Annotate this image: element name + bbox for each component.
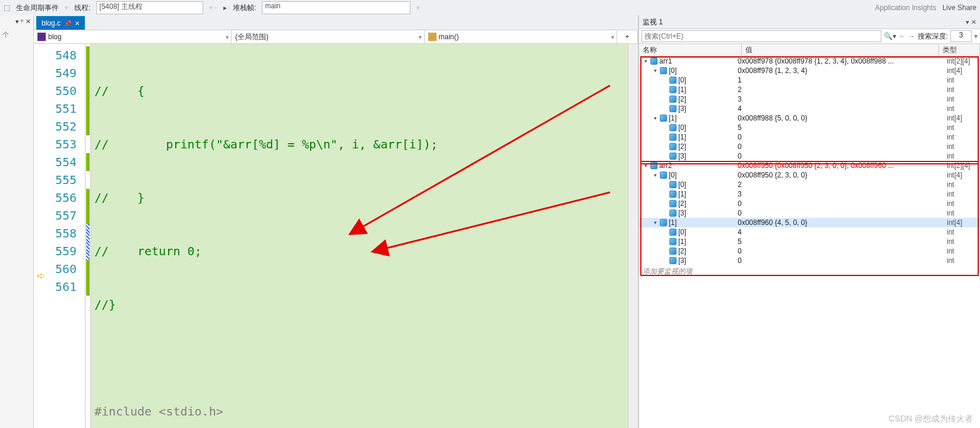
var-value: 0x008ff978 {0x008ff978 {1, 2, 3, 4}, 0x0… [738, 57, 947, 65]
crumb-add[interactable]: + [617, 30, 638, 43]
watch-row[interactable]: ▾[1]0x008ff988 {5, 0, 0, 0}int[4] [639, 113, 980, 123]
code-line: // { [94, 84, 144, 98]
watch-row[interactable]: ▾[1]0x008ff960 {4, 5, 0, 0}int[4] [639, 218, 980, 227]
crumb-function[interactable]: main() ▾ [425, 30, 618, 43]
line-number: 551 [34, 100, 85, 118]
watch-row[interactable]: [3]0int [639, 256, 980, 265]
search-nav[interactable]: ← → [899, 32, 915, 40]
expand-icon[interactable]: ▾ [643, 58, 649, 64]
var-type: int[4] [947, 171, 980, 179]
watch-row[interactable]: [2]0int [639, 142, 980, 151]
var-type: int [947, 123, 980, 132]
watch-rows: ▾arr10x008ff978 {0x008ff978 {1, 2, 3, 4}… [639, 56, 980, 428]
hdr-type[interactable]: 类型 [939, 44, 980, 56]
var-name: [2] [678, 95, 686, 103]
watch-row[interactable]: [0]2int [639, 180, 980, 189]
watch-title-buttons[interactable]: ▾ ✕ [966, 18, 976, 26]
crumb-project[interactable]: blog ▾ [34, 30, 232, 43]
watch-row[interactable]: [0]4int [639, 227, 980, 237]
watch-row[interactable]: [0]5int [639, 123, 980, 132]
pin-icon[interactable]: 📌 [64, 20, 71, 27]
stackframe-selector[interactable]: main [262, 1, 410, 14]
watch-add-item[interactable]: 添加要监视的项 [639, 265, 980, 278]
watch-row[interactable]: [2]0int [639, 199, 980, 208]
watch-row[interactable]: [3]0int [639, 151, 980, 161]
watch-row[interactable]: [3]4int [639, 104, 980, 113]
expand-icon[interactable]: ▾ [652, 115, 658, 121]
hdr-value[interactable]: 值 [742, 44, 939, 56]
hdr-name[interactable]: 名称 [639, 44, 742, 56]
var-value: 3 [738, 190, 947, 198]
app-insights[interactable]: Application Insights [875, 4, 936, 12]
watch-row[interactable]: [0]1int [639, 75, 980, 85]
close-icon[interactable]: ✕ [75, 20, 80, 27]
watch-row[interactable]: ▾arr20x008ff950 {0x008ff950 {2, 3, 0, 0}… [639, 161, 980, 170]
watermark: CSDN @想成为传火者 [889, 414, 973, 424]
var-type: int [947, 190, 980, 198]
line-number: 549 [34, 64, 85, 82]
variable-icon [660, 67, 667, 74]
code-line: // } [94, 191, 144, 205]
watch-row[interactable]: [1]0int [639, 132, 980, 142]
stackframe-label: 堆栈帧: [233, 3, 256, 13]
expand-icon[interactable]: ▾ [652, 220, 658, 226]
var-type: int [947, 95, 980, 103]
watch-row[interactable]: [2]0int [639, 246, 980, 256]
expand-icon[interactable]: ▾ [652, 68, 658, 74]
line-number: 553 [34, 135, 85, 153]
gutter-pin-icon[interactable]: ▾ ᵖ ✕ [0, 15, 33, 28]
var-type: int[4] [947, 218, 980, 227]
live-share[interactable]: Live Share [943, 4, 976, 12]
crumb-scope[interactable]: (全局范围) ▾ [232, 30, 425, 43]
search-icon[interactable]: 🔍▾ [884, 32, 896, 40]
var-name: [1] [669, 218, 676, 227]
cpp-icon [37, 33, 46, 41]
watch-row[interactable]: [1]2int [639, 85, 980, 94]
var-type: int [947, 152, 980, 160]
chevron-down-icon: ▾ [226, 34, 229, 40]
variable-icon [669, 191, 676, 198]
variable-icon [669, 124, 676, 131]
var-type: int [947, 247, 980, 255]
var-type: int[4] [947, 114, 980, 122]
variable-icon [650, 162, 657, 169]
watch-search-input[interactable] [641, 30, 881, 42]
variable-icon [669, 181, 676, 188]
var-type: int [947, 85, 980, 94]
watch-title: 监视 1 [643, 17, 663, 27]
scroll-map[interactable] [628, 44, 638, 428]
depth-value[interactable]: 3 [950, 30, 972, 42]
tab-label: blog.c [42, 19, 61, 27]
watch-row[interactable]: ▾arr10x008ff978 {0x008ff978 {1, 2, 3, 4}… [639, 56, 980, 66]
left-tool-gutter: ▾ ᵖ ✕ 个 [0, 15, 34, 428]
watch-row[interactable]: [3]0int [639, 208, 980, 218]
thread-selector[interactable]: [5408] 主线程 [96, 1, 203, 14]
gutter-counter: 个 [0, 28, 33, 42]
code-editor[interactable]: 5485495505515525535545555565575585595605… [34, 44, 638, 428]
var-type: int [947, 209, 980, 217]
watch-row[interactable]: [1]3int [639, 189, 980, 199]
expand-icon[interactable]: ▾ [643, 163, 649, 169]
watch-row[interactable]: ▾[0]0x008ff950 {2, 3, 0, 0}int[4] [639, 170, 980, 180]
code-line: //} [94, 297, 116, 312]
var-type: int [947, 104, 980, 113]
var-name: [3] [678, 256, 686, 265]
variable-icon [669, 96, 676, 103]
line-number: 557 [34, 207, 85, 224]
func-icon [428, 33, 437, 41]
variable-icon [669, 200, 676, 207]
code-area[interactable]: // { // printf("&arr[%d] = %p\n", i, &ar… [91, 44, 628, 428]
watch-row[interactable]: [1]5int [639, 237, 980, 246]
var-name: [0] [669, 66, 676, 75]
var-value: 0x008ff978 {1, 2, 3, 4} [738, 66, 947, 75]
var-name: [1] [678, 85, 686, 94]
var-type: int[4] [947, 66, 980, 75]
watch-row[interactable]: ▾[0]0x008ff978 {1, 2, 3, 4}int[4] [639, 66, 980, 75]
line-number: 548 [34, 46, 85, 64]
tab-blog-c[interactable]: blog.c 📌 ✕ [36, 16, 85, 30]
watch-row[interactable]: [2]3int [639, 94, 980, 104]
thread-label: 线程: [74, 3, 90, 13]
expand-icon[interactable]: ▾ [652, 172, 658, 178]
var-name: arr1 [659, 57, 672, 65]
var-type: int [947, 142, 980, 151]
